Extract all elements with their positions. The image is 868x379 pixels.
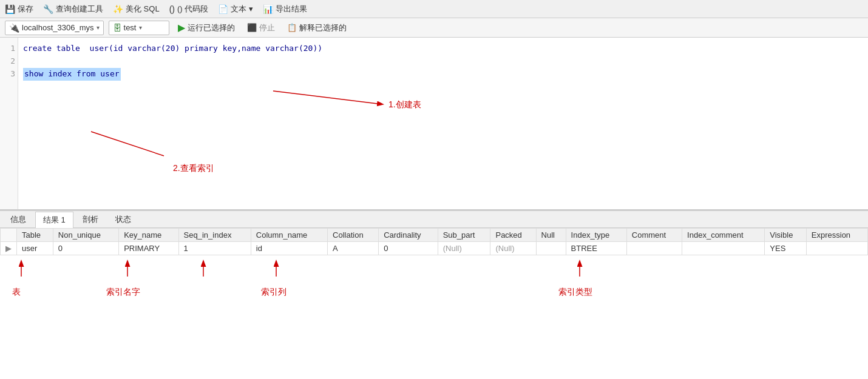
line-num-1: 1 xyxy=(2,42,15,55)
code-line-3: show index from user xyxy=(23,68,863,81)
cell-seq-in-index: 1 xyxy=(178,242,251,255)
export-icon: 📊 xyxy=(263,4,273,14)
col-seq-in-index: Seq_in_index xyxy=(178,229,251,242)
table-header-row: Table Non_unique Key_name Seq_in_index C… xyxy=(1,229,868,242)
connection-icon: 🔌 xyxy=(9,23,19,33)
export-button[interactable]: 📊 导出结果 xyxy=(263,4,307,15)
connection-bar: 🔌 localhost_3306_mys ▾ 🗄 test ▾ ▶ 运行已选择的… xyxy=(0,18,868,38)
col-key-name: Key_name xyxy=(119,229,178,242)
export-label: 导出结果 xyxy=(276,4,307,15)
save-label: 保存 xyxy=(18,4,33,15)
code-editor[interactable]: create table user(id varchar(20) primary… xyxy=(18,38,868,209)
cell-cardinality: 0 xyxy=(379,242,438,255)
cell-collation: A xyxy=(328,242,379,255)
col-cardinality: Cardinality xyxy=(379,229,438,242)
cell-expression: (Null) xyxy=(806,242,867,255)
text-arrow-icon: ▾ xyxy=(249,4,253,13)
svg-text:索引名字: 索引名字 xyxy=(106,287,140,297)
connection-chevron-icon: ▾ xyxy=(97,24,100,31)
tab-status[interactable]: 状态 xyxy=(107,211,139,227)
tab-results[interactable]: 结果 1 xyxy=(35,212,73,228)
text-icon: 📄 xyxy=(218,4,228,14)
col-null: Null xyxy=(536,229,566,242)
col-non-unique: Non_unique xyxy=(53,229,118,242)
results-container: Table Non_unique Key_name Seq_in_index C… xyxy=(0,228,868,350)
tab-profile[interactable]: 剖析 xyxy=(75,211,106,227)
results-table: Table Non_unique Key_name Seq_in_index C… xyxy=(0,228,868,255)
connection-selector[interactable]: 🔌 localhost_3306_mys ▾ xyxy=(5,21,104,35)
cell-sub-part: (Null) xyxy=(438,242,490,255)
run-label: 运行已选择的 xyxy=(188,22,235,33)
table-row: ▶ user 0 PRIMARY 1 id A 0 (Null) (Null) … xyxy=(1,242,868,255)
toolbar: 💾 保存 🔧 查询创建工具 ✨ 美化 SQL () () 代码段 📄 文本 ▾ … xyxy=(0,0,868,18)
code-snippet-button[interactable]: () () 代码段 xyxy=(169,4,209,15)
col-packed: Packed xyxy=(490,229,536,242)
col-column-name: Column_name xyxy=(251,229,327,242)
col-visible: Visible xyxy=(765,229,806,242)
line-numbers: 1 2 3 xyxy=(0,38,18,209)
selected-code: show index from user xyxy=(23,68,121,81)
row-marker: ▶ xyxy=(1,242,17,255)
code-line-2 xyxy=(23,55,863,68)
bottom-panel: 信息 结果 1 剖析 状态 Table Non_unique Key_name … xyxy=(0,210,868,350)
row-marker-header xyxy=(1,229,17,242)
col-comment: Comment xyxy=(626,229,682,242)
stop-button[interactable]: ⬛ 停止 xyxy=(243,21,279,35)
query-builder-icon: 🔧 xyxy=(43,4,53,14)
text-label: 文本 xyxy=(231,4,246,15)
cell-index-type: BTREE xyxy=(566,242,626,255)
beautify-label: 美化 SQL xyxy=(126,4,160,15)
cell-non-unique: 0 xyxy=(53,242,118,255)
results-table-area[interactable]: Table Non_unique Key_name Seq_in_index C… xyxy=(0,228,868,255)
connection-name: localhost_3306_mys xyxy=(22,23,94,32)
run-button[interactable]: ▶ 运行已选择的 xyxy=(174,21,239,35)
col-table: Table xyxy=(17,229,53,242)
tabs-panel: 信息 结果 1 剖析 状态 xyxy=(0,211,868,228)
cell-comment xyxy=(626,242,682,255)
explain-label: 解释已选择的 xyxy=(299,22,347,33)
beautify-icon: ✨ xyxy=(113,4,123,14)
col-expression: Expression xyxy=(806,229,867,242)
code-snippet-label: () 代码段 xyxy=(177,4,208,15)
col-sub-part: Sub_part xyxy=(438,229,490,242)
cell-key-name: PRIMARY xyxy=(119,242,178,255)
col-collation: Collation xyxy=(328,229,379,242)
cell-table: user xyxy=(17,242,53,255)
code-line-1: create table user(id varchar(20) primary… xyxy=(23,42,863,55)
explain-icon: 📋 xyxy=(287,23,297,32)
beautify-button[interactable]: ✨ 美化 SQL xyxy=(113,4,160,15)
save-button[interactable]: 💾 保存 xyxy=(5,4,33,15)
line-num-3: 3 xyxy=(2,68,15,81)
run-icon: ▶ xyxy=(178,22,185,33)
stop-label: 停止 xyxy=(259,22,275,33)
cell-null xyxy=(536,242,566,255)
cell-column-name: id xyxy=(251,242,327,255)
line-num-2: 2 xyxy=(2,55,15,68)
svg-text:表: 表 xyxy=(12,287,21,297)
svg-text:索引类型: 索引类型 xyxy=(558,287,592,297)
database-name: test xyxy=(124,23,137,32)
tab-info[interactable]: 信息 xyxy=(2,211,34,227)
cell-packed: (Null) xyxy=(490,242,536,255)
query-builder-button[interactable]: 🔧 查询创建工具 xyxy=(43,4,103,15)
database-selector[interactable]: 🗄 test ▾ xyxy=(109,21,169,35)
save-icon: 💾 xyxy=(5,4,15,14)
explain-button[interactable]: 📋 解释已选择的 xyxy=(283,21,350,35)
database-chevron-icon: ▾ xyxy=(139,24,142,31)
cell-index-comment xyxy=(682,242,765,255)
col-index-comment: Index_comment xyxy=(682,229,765,242)
stop-icon: ⬛ xyxy=(247,23,257,32)
text-button[interactable]: 📄 文本 ▾ xyxy=(218,4,253,15)
database-icon: 🗄 xyxy=(113,23,121,33)
col-index-type: Index_type xyxy=(566,229,626,242)
cell-visible: YES xyxy=(765,242,806,255)
editor-area: 1 2 3 create table user(id varchar(20) p… xyxy=(0,38,868,210)
query-builder-label: 查询创建工具 xyxy=(56,4,103,15)
svg-text:索引列: 索引列 xyxy=(261,287,287,297)
code-icon: () xyxy=(169,4,175,14)
